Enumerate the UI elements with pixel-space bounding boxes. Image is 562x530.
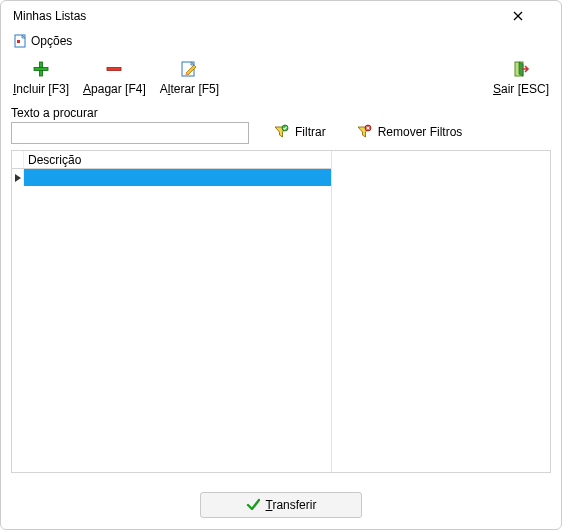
search-label: Texto a procurar [11, 106, 249, 120]
exit-button[interactable]: Sair [ESC] [489, 57, 553, 98]
check-icon [246, 498, 260, 512]
edit-button[interactable]: Alterar [F5] [156, 57, 223, 98]
options-menu[interactable]: Opções [9, 33, 76, 49]
filter-row: Texto a procurar Filtrar [1, 106, 561, 150]
grid-inner: Descrição [12, 151, 332, 472]
grid[interactable]: Descrição [11, 150, 551, 473]
cell-descricao[interactable] [24, 169, 331, 186]
include-label: Incluir [F3] [13, 82, 69, 96]
clear-filter-label: Remover Filtros [378, 125, 463, 139]
svg-rect-6 [34, 68, 48, 71]
svg-rect-4 [17, 40, 20, 43]
filter-button[interactable]: Filtrar [267, 122, 332, 142]
close-button[interactable] [513, 11, 553, 21]
funnel-remove-icon [356, 124, 372, 140]
exit-icon [511, 59, 531, 79]
filter-label: Filtrar [295, 125, 326, 139]
table-row[interactable] [12, 169, 331, 186]
close-icon [513, 11, 523, 21]
transfer-label: Transferir [266, 498, 317, 512]
include-button[interactable]: Incluir [F3] [9, 57, 73, 98]
delete-label: Apagar [F4] [83, 82, 146, 96]
delete-button[interactable]: Apagar [F4] [79, 57, 150, 98]
clear-filter-button[interactable]: Remover Filtros [350, 122, 469, 142]
svg-rect-7 [107, 68, 121, 71]
window-title: Minhas Listas [13, 9, 513, 23]
plus-icon [31, 59, 51, 79]
search-group: Texto a procurar [11, 106, 249, 144]
grid-header: Descrição [12, 151, 331, 169]
titlebar: Minhas Listas [1, 1, 561, 31]
search-input[interactable] [11, 122, 249, 144]
transfer-button[interactable]: Transferir [200, 492, 362, 518]
dialog-window: Minhas Listas Opções [0, 0, 562, 530]
bottom-bar: Transferir [1, 481, 561, 529]
document-icon [13, 34, 27, 48]
minus-icon [104, 59, 124, 79]
funnel-icon [273, 124, 289, 140]
svg-marker-20 [15, 174, 21, 182]
options-menu-label: Opções [31, 34, 72, 48]
row-indicator-icon [12, 169, 24, 186]
edit-icon [179, 59, 199, 79]
exit-label: Sair [ESC] [493, 82, 549, 96]
menubar: Opções [1, 31, 561, 53]
toolbar: Incluir [F3] Apagar [F4] Alterar [F5] [1, 53, 561, 106]
edit-label: Alterar [F5] [160, 82, 219, 96]
grid-indicator-header [12, 151, 24, 168]
column-header-descricao[interactable]: Descrição [24, 153, 331, 167]
